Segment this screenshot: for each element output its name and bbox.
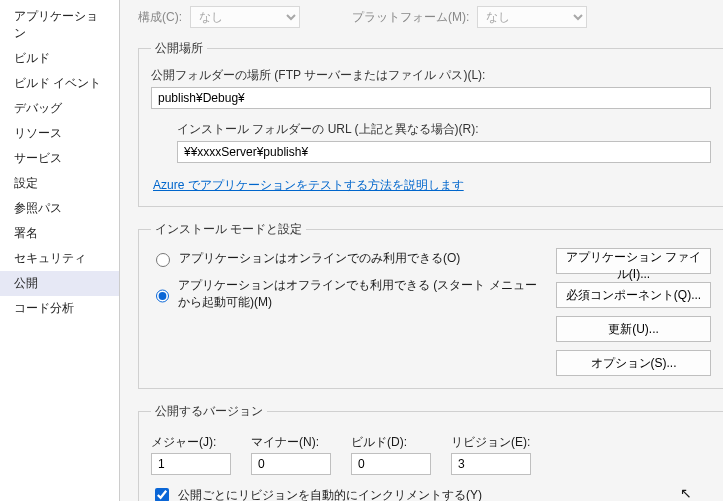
minor-input[interactable] — [251, 453, 331, 475]
install-mode-group: インストール モードと設定 アプリケーションはオンラインでのみ利用できる(O) … — [138, 221, 723, 389]
publish-location-group: 公開場所 公開フォルダーの場所 (FTP サーバーまたはファイル パス)(L):… — [138, 40, 723, 207]
config-platform-row: 構成(C): なし プラットフォーム(M): なし — [138, 6, 723, 28]
offline-label: アプリケーションはオフラインでも利用できる (スタート メニューから起動可能)(… — [178, 277, 542, 311]
sidebar-item-settings[interactable]: 設定 — [0, 171, 119, 196]
revision-input[interactable] — [451, 453, 531, 475]
platform-label: プラットフォーム(M): — [352, 9, 469, 26]
major-label: メジャー(J): — [151, 434, 231, 451]
config-label: 構成(C): — [138, 9, 182, 26]
sidebar: アプリケーション ビルド ビルド イベント デバッグ リソース サービス 設定 … — [0, 0, 120, 501]
sidebar-item-security[interactable]: セキュリティ — [0, 246, 119, 271]
install-url-label: インストール フォルダーの URL (上記と異なる場合)(R): — [177, 121, 711, 138]
publish-folder-label: 公開フォルダーの場所 (FTP サーバーまたはファイル パス)(L): — [151, 67, 711, 84]
sidebar-item-services[interactable]: サービス — [0, 146, 119, 171]
build-input[interactable] — [351, 453, 431, 475]
publish-version-legend: 公開するバージョン — [151, 403, 267, 420]
offline-radio[interactable] — [156, 289, 169, 303]
publish-folder-input[interactable] — [151, 87, 711, 109]
sidebar-item-debug[interactable]: デバッグ — [0, 96, 119, 121]
major-input[interactable] — [151, 453, 231, 475]
minor-label: マイナー(N): — [251, 434, 331, 451]
sidebar-item-signing[interactable]: 署名 — [0, 221, 119, 246]
online-only-label: アプリケーションはオンラインでのみ利用できる(O) — [179, 250, 460, 267]
publish-version-group: 公開するバージョン メジャー(J): マイナー(N): ビルド(D): リビジョ… — [138, 403, 723, 501]
sidebar-item-build-events[interactable]: ビルド イベント — [0, 71, 119, 96]
sidebar-item-application[interactable]: アプリケーション — [0, 4, 119, 46]
auto-increment-label: 公開ごとにリビジョンを自動的にインクリメントする(Y) — [178, 487, 482, 502]
sidebar-item-reference-paths[interactable]: 参照パス — [0, 196, 119, 221]
platform-select[interactable]: なし — [477, 6, 587, 28]
install-mode-legend: インストール モードと設定 — [151, 221, 306, 238]
sidebar-item-publish[interactable]: 公開 — [0, 271, 119, 296]
main-panel: 構成(C): なし プラットフォーム(M): なし 公開場所 公開フォルダーの場… — [120, 0, 723, 501]
revision-label: リビジョン(E): — [451, 434, 531, 451]
publish-location-legend: 公開場所 — [151, 40, 207, 57]
sidebar-item-code-analysis[interactable]: コード分析 — [0, 296, 119, 321]
install-url-input[interactable] — [177, 141, 711, 163]
auto-increment-checkbox[interactable] — [155, 488, 169, 501]
updates-button[interactable]: 更新(U)... — [556, 316, 711, 342]
options-button[interactable]: オプション(S)... — [556, 350, 711, 376]
online-only-radio[interactable] — [156, 253, 170, 267]
sidebar-item-resources[interactable]: リソース — [0, 121, 119, 146]
application-files-button[interactable]: アプリケーション ファイル(I)... — [556, 248, 711, 274]
sidebar-item-build[interactable]: ビルド — [0, 46, 119, 71]
config-select[interactable]: なし — [190, 6, 300, 28]
prerequisites-button[interactable]: 必須コンポーネント(Q)... — [556, 282, 711, 308]
build-label: ビルド(D): — [351, 434, 431, 451]
azure-test-link[interactable]: Azure でアプリケーションをテストする方法を説明します — [153, 177, 464, 194]
